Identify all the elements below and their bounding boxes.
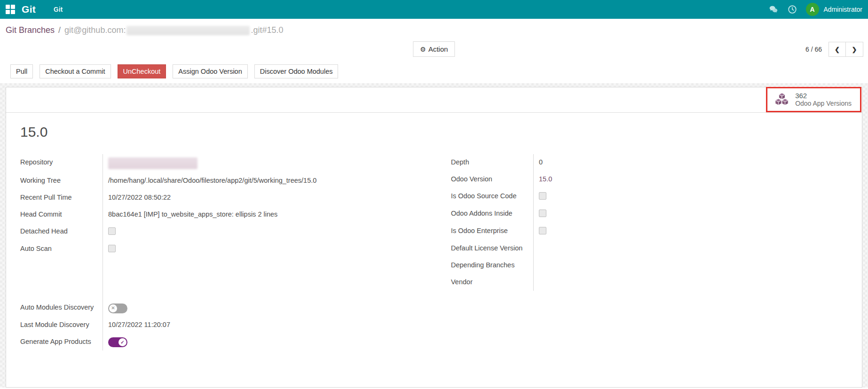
field-label-head-commit: Head Commit	[20, 206, 103, 223]
breadcrumb-redacted-segment	[126, 26, 250, 35]
field-label-auto-scan: Auto Scan	[20, 241, 103, 258]
app-brand: Git	[22, 4, 36, 15]
record-title: 15.0	[14, 124, 854, 140]
user-name[interactable]: Administrator	[824, 6, 862, 13]
left-field-group: Repository Working Tree /home/hang/.loca…	[14, 154, 434, 350]
sheet-body: 15.0 Repository Working Tree /home/hang/…	[6, 113, 862, 350]
repository-redacted-value	[108, 157, 197, 169]
stat-button-bar: 362 Odoo App Versions	[6, 87, 862, 113]
gear-icon: ⚙	[420, 46, 426, 53]
generate-app-products-toggle[interactable]: ✓	[108, 337, 127, 347]
field-label-repository: Repository	[20, 154, 103, 172]
chevron-right-icon: ❯	[852, 46, 857, 53]
field-label-generate-app-products: Generate App Products	[20, 334, 103, 351]
action-button-label: Action	[428, 45, 448, 53]
stat-button-value: 362	[795, 92, 852, 100]
field-label-is-odoo-source-code: Is Odoo Source Code	[451, 188, 533, 205]
auto-scan-checkbox[interactable]	[108, 245, 116, 252]
field-value-odoo-version[interactable]: 15.0	[533, 171, 798, 188]
form-view-background: 362 Odoo App Versions 15.0 Repository Wo…	[0, 83, 868, 388]
pull-button[interactable]: Pull	[10, 64, 33, 78]
field-label-default-license-version: Default License Version	[451, 240, 533, 257]
is-odoo-source-code-checkbox[interactable]	[539, 192, 546, 200]
field-value-is-odoo-source-code	[533, 188, 798, 205]
pager-next-button[interactable]: ❯	[846, 42, 863, 57]
field-value-is-odoo-enterprise	[533, 223, 798, 240]
field-value-depth: 0	[533, 154, 798, 171]
field-label-odoo-version: Odoo Version	[451, 171, 533, 188]
red-annotation-box: 362 Odoo App Versions	[766, 87, 861, 112]
breadcrumb-git-branches-link[interactable]: Git Branches	[6, 25, 55, 35]
field-value-detached-head	[103, 223, 434, 241]
group-spacer	[103, 258, 434, 299]
field-value-head-commit: 8bac164e1 [IMP] to_website_apps_store: e…	[103, 206, 434, 223]
breadcrumb: Git Branches / git@github.com: .git#15.0	[0, 19, 868, 39]
control-panel: ⚙Action 6 / 66 ❮ ❯	[0, 39, 868, 62]
field-label-odoo-addons-inside: Odoo Addons Inside	[451, 205, 533, 223]
group-spacer	[20, 258, 103, 299]
user-avatar[interactable]: A	[806, 3, 819, 16]
toggle-off-icon: ✕	[109, 304, 117, 312]
odoo-addons-inside-checkbox[interactable]	[539, 210, 546, 217]
field-value-last-module-discovery: 10/27/2022 11:20:07	[103, 317, 434, 334]
field-value-generate-app-products: ✓	[103, 334, 434, 351]
is-odoo-enterprise-checkbox[interactable]	[539, 227, 546, 234]
toggle-on-icon: ✓	[118, 338, 126, 346]
chevron-left-icon: ❮	[835, 46, 840, 53]
avatar-initial: A	[810, 6, 814, 13]
odoo-app-versions-stat-button[interactable]: 362 Odoo App Versions	[767, 88, 860, 111]
field-value-working-tree: /home/hang/.local/share/Odoo/filestore/a…	[103, 172, 434, 189]
assign-odoo-version-button[interactable]: Assign Odoo Version	[173, 64, 247, 78]
field-label-depending-branches: Depending Branches	[451, 257, 533, 274]
pager-previous-button[interactable]: ❮	[829, 42, 846, 57]
action-button[interactable]: ⚙Action	[413, 41, 455, 57]
stat-button-label: Odoo App Versions	[795, 100, 852, 108]
breadcrumb-current-suffix: .git#15.0	[251, 25, 283, 35]
field-label-working-tree: Working Tree	[20, 172, 103, 189]
record-pager: 6 / 66 ❮ ❯	[805, 42, 863, 57]
breadcrumb-current-prefix: git@github.com:	[64, 25, 126, 35]
activities-clock-icon[interactable]	[787, 4, 797, 15]
field-value-vendor	[533, 274, 798, 291]
cubes-icon	[774, 92, 789, 107]
field-label-detached-head: Detached Head	[20, 223, 103, 241]
auto-modules-discovery-toggle[interactable]: ✕	[108, 303, 127, 313]
pager-value: 6 / 66	[805, 46, 822, 53]
discover-odoo-modules-button[interactable]: Discover Odoo Modules	[254, 64, 339, 78]
field-value-recent-pull-time: 10/27/2022 08:50:22	[103, 189, 434, 206]
field-label-is-odoo-enterprise: Is Odoo Enterprise	[451, 223, 533, 240]
field-label-auto-modules-discovery: Auto Modules Discovery	[20, 299, 103, 317]
apps-menu-icon[interactable]	[6, 5, 15, 14]
field-label-recent-pull-time: Recent Pull Time	[20, 189, 103, 206]
field-value-auto-scan	[103, 241, 434, 258]
field-value-odoo-addons-inside	[533, 205, 798, 223]
detached-head-checkbox[interactable]	[108, 227, 116, 235]
workflow-buttons-row: Pull Checkout a Commit UnCheckout Assign…	[0, 62, 868, 83]
breadcrumb-separator: /	[58, 25, 61, 35]
field-value-default-license-version	[533, 240, 798, 257]
checkout-a-commit-button[interactable]: Checkout a Commit	[39, 64, 110, 78]
field-label-depth: Depth	[451, 154, 533, 171]
field-value-auto-modules-discovery: ✕	[103, 299, 434, 317]
messages-icon[interactable]	[768, 4, 779, 15]
form-fields-grid: Repository Working Tree /home/hang/.loca…	[14, 154, 854, 350]
field-value-depending-branches	[533, 257, 798, 274]
field-value-repository	[103, 154, 434, 172]
field-label-vendor: Vendor	[451, 274, 533, 291]
nav-menu-git[interactable]: Git	[49, 6, 67, 13]
field-label-last-module-discovery: Last Module Discovery	[20, 317, 103, 334]
form-sheet: 362 Odoo App Versions 15.0 Repository Wo…	[6, 87, 862, 388]
right-field-group: Depth 0 Odoo Version 15.0 Is Odoo Source…	[451, 154, 798, 350]
top-navbar: Git Git A Administrator	[0, 0, 868, 19]
uncheckout-button[interactable]: UnCheckout	[118, 64, 166, 78]
